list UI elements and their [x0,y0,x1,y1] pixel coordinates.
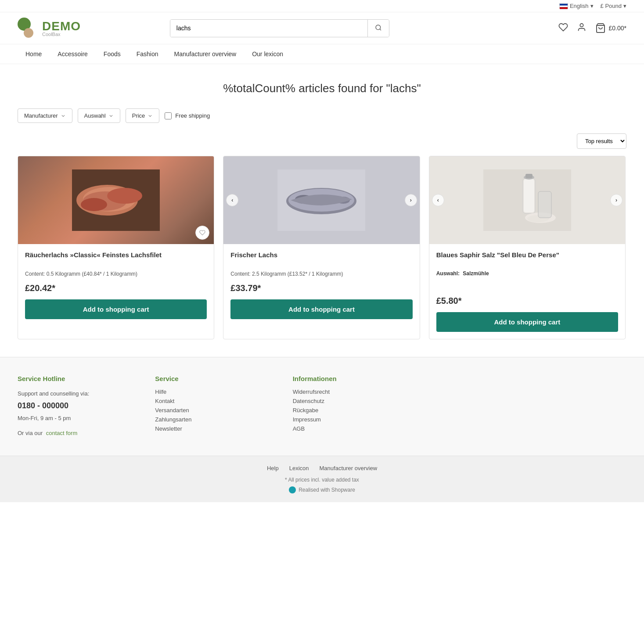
sort-select[interactable]: Top results [577,133,626,149]
sort-row: Top results [18,133,626,149]
svg-point-11 [107,188,142,204]
footer-via-label: Or via our [18,430,43,436]
auswahl-filter[interactable]: Auswahl [78,108,120,123]
svg-rect-25 [538,191,551,218]
logo[interactable]: DEMO CoolBax [18,18,81,39]
add-to-cart-button-3[interactable]: Add to shopping cart [436,312,618,332]
nav-home[interactable]: Home [18,44,50,64]
product-img-svg-1 [72,169,160,231]
currency-dropdown-icon: ▾ [623,3,626,9]
product-price-1: £20.42* [25,283,207,293]
footer-link-zahlungsarten[interactable]: Zahlungsarten [155,416,275,423]
carousel-next-3[interactable]: › [610,194,622,206]
cart-icon [595,23,606,33]
free-shipping-filter[interactable]: Free shipping [165,112,210,119]
free-shipping-checkbox[interactable] [165,112,172,119]
currency-selector[interactable]: £ Pound ▾ [601,3,626,9]
nav-accessoire[interactable]: Accessoire [50,44,95,64]
footer-bottom-help[interactable]: Help [267,465,279,471]
account-button[interactable] [577,22,586,34]
main-nav: Home Accessoire Foods Fashion Manufactur… [0,44,644,64]
footer-informationen: Informationen Widerrufsrecht Datenschutz… [293,375,413,438]
chevron-down-icon [61,113,66,119]
product-card-3: ‹ › Blaues Saphir Salz "Sel Bleu De Pers… [429,156,626,339]
manufacturer-filter[interactable]: Manufacturer [18,108,72,123]
chevron-down-icon2 [108,113,114,119]
footer-support-text: Support and counselling via: [18,389,137,399]
carousel-prev-3[interactable]: ‹ [432,194,444,206]
wishlist-button-1[interactable] [195,226,209,240]
footer-hours: Mon-Fri, 9 am - 5 pm [18,413,137,423]
footer-link-versandarten[interactable]: Versandarten [155,407,275,414]
nav-manufacturer-overview[interactable]: Manufacturer overview [166,44,245,64]
shopware-text: Realised with Shopware [299,487,355,493]
footer-link-agb[interactable]: AGB [293,425,413,432]
price-filter[interactable]: Price [126,108,160,123]
footer-service-hotline: Service Hotline Support and counselling … [18,375,137,438]
product-image-2: ‹ › [223,156,419,244]
footer-link-datenschutz[interactable]: Datenschutz [293,398,413,404]
product-body-3: Blaues Saphir Salz "Sel Bleu De Perse" A… [429,244,625,339]
language-selector[interactable]: English ▾ [559,3,594,9]
carousel-prev-2[interactable]: ‹ [226,194,238,206]
flag-icon [559,3,568,9]
logo-text-wrap: DEMO CoolBax [42,19,81,37]
footer-hotline-title: Service Hotline [18,375,137,382]
product-image-1 [18,156,214,244]
svg-point-3 [376,25,381,30]
footer-service-title: Service [155,375,275,382]
footer-service: Service Hilfe Kontakt Versandarten Zahlu… [155,375,275,438]
footer-link-impressum[interactable]: Impressum [293,416,413,423]
heart-icon-1 [199,230,205,236]
svg-line-4 [380,29,381,30]
product-body-2: Frischer Lachs Content: 2.5 Kilogramm (£… [223,244,419,326]
add-to-cart-button-1[interactable]: Add to shopping cart [25,299,207,319]
nav-foods[interactable]: Foods [96,44,129,64]
language-label: English [570,3,589,9]
nav-lexicon[interactable]: Our lexicon [244,44,291,64]
svg-rect-2 [560,7,568,9]
price-filter-label: Price [132,112,145,119]
heart-icon [558,22,568,32]
footer-link-kontakt[interactable]: Kontakt [155,398,275,404]
footer-tax-note: * All prices incl. value added tax [18,477,626,483]
top-bar: English ▾ £ Pound ▾ [0,0,644,12]
cart-button[interactable]: £0.00* [595,23,626,33]
logo-circles [18,18,39,39]
footer-link-rueckgabe[interactable]: Rückgabe [293,407,413,414]
header-icons: £0.00* [558,22,626,34]
search-icon [375,24,382,31]
svg-point-12 [81,198,107,211]
footer: Service Hotline Support and counselling … [0,357,644,456]
contact-form-link[interactable]: contact form [46,430,78,436]
search-button[interactable] [367,20,389,37]
footer-bottom-manufacturer[interactable]: Manufacturer overview [320,465,378,471]
wishlist-button[interactable] [558,22,568,34]
product-price-3: £5.80* [436,296,618,306]
footer-bottom-lexicon[interactable]: Lexicon [289,465,309,471]
footer-link-hilfe[interactable]: Hilfe [155,389,275,395]
footer-link-widerrufsrecht[interactable]: Widerrufsrecht [293,389,413,395]
product-variant-3: Auswahl: Salzmühle [436,270,618,277]
product-img-svg-3 [483,169,571,231]
header: DEMO CoolBax £0.00* [0,12,644,44]
footer-grid: Service Hotline Support and counselling … [18,375,413,438]
product-card-2: ‹ › Frischer Lachs Content: 2.5 Kilogram… [223,156,420,339]
search-input[interactable] [170,20,367,37]
product-content-2: Content: 2.5 Kilogramm (£13.52* / 1 Kilo… [230,270,412,278]
add-to-cart-button-2[interactable]: Add to shopping cart [230,299,412,319]
shopware-icon [289,486,296,493]
manufacturer-filter-label: Manufacturer [24,112,58,119]
product-name-1: Räucherlachs »Classic« Feinstes Lachsfil… [25,251,207,269]
product-card-1: Räucherlachs »Classic« Feinstes Lachsfil… [18,156,214,339]
footer-via-text: Or via our contact form [18,428,137,438]
footer-bottom-nav: Help Lexicon Manufacturer overview [18,465,626,471]
carousel-next-2[interactable]: › [405,194,417,206]
variant-label-3: Auswahl: [436,270,460,277]
footer-link-newsletter[interactable]: Newsletter [155,425,275,432]
language-dropdown-icon: ▾ [590,3,594,9]
product-img-svg-2 [277,169,365,231]
product-image-3: ‹ › [429,156,625,244]
nav-fashion[interactable]: Fashion [129,44,166,64]
svg-rect-22 [525,174,532,178]
